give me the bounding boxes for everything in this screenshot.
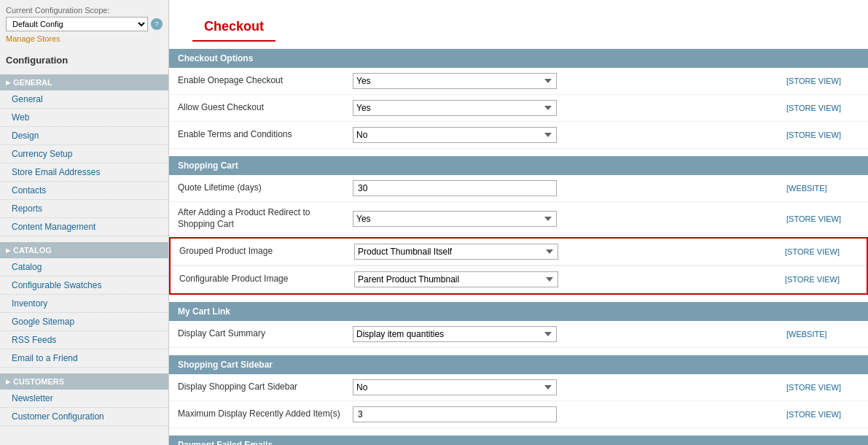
arrow-icon: ▶ [6, 247, 10, 254]
sidebar-catalog-items: Catalog Configurable Swatches Inventory … [0, 258, 168, 368]
scope-quote-lifetime: [WEBSITE] [786, 184, 859, 193]
sidebar-item-contacts[interactable]: Contacts [0, 182, 168, 200]
scope-redirect-after-add: [STORE VIEW] [786, 214, 859, 223]
section-header-payment-failed: Payment Failed Emails [169, 436, 868, 445]
select-display-sidebar[interactable]: NoYes [353, 379, 557, 395]
sidebar-item-inventory[interactable]: Inventory [0, 295, 168, 313]
scope-allow-guest: [STORE VIEW] [786, 104, 859, 112]
row-grouped-product-image: Grouped Product Image Product Thumbnail … [171, 239, 867, 266]
scope-grouped-product-image: [STORE VIEW] [785, 247, 858, 256]
section-header-checkout-options: Checkout Options [169, 49, 868, 68]
select-grouped-product-image[interactable]: Product Thumbnail Itself Parent Product … [354, 244, 558, 260]
section-payment-failed-emails: Payment Failed Emails [169, 436, 868, 445]
row-max-recently-added: Maximum Display Recently Added Item(s) [… [169, 401, 868, 428]
select-configurable-product-image[interactable]: Parent Product Thumbnail Product Thumbna… [354, 271, 558, 287]
sidebar-section-general[interactable]: ▶ GENERAL [0, 74, 168, 90]
control-configurable-product-image: Parent Product Thumbnail Product Thumbna… [354, 271, 778, 287]
section-checkout-options: Checkout Options Enable Onepage Checkout… [169, 49, 868, 149]
select-redirect-after-add[interactable]: YesNo [353, 211, 557, 227]
row-allow-guest: Allow Guest Checkout YesNo [STORE VIEW] [169, 95, 868, 122]
label-enable-onepage: Enable Onepage Checkout [178, 75, 353, 87]
label-configurable-product-image: Configurable Product Image [179, 274, 354, 285]
section-body-my-cart-link: Display Cart Summary Display item quanti… [169, 321, 868, 348]
control-grouped-product-image: Product Thumbnail Itself Parent Product … [354, 244, 778, 260]
sidebar-item-catalog[interactable]: Catalog [0, 258, 168, 276]
sidebar-item-newsletter[interactable]: Newsletter [0, 390, 168, 408]
scope-help-icon[interactable]: ? [151, 18, 163, 30]
section-header-shopping-cart: Shopping Cart [169, 156, 868, 175]
section-body-cart-sidebar: Display Shopping Cart Sidebar NoYes [STO… [169, 374, 868, 428]
arrow-icon: ▶ [6, 80, 10, 86]
scope-select[interactable]: Default Config [6, 17, 148, 31]
scope-label: Current Configuration Scope: [6, 6, 163, 15]
scope-display-cart-summary: [WEBSITE] [786, 330, 859, 338]
manage-stores-link[interactable]: Manage Stores [6, 34, 163, 43]
highlighted-group: Grouped Product Image Product Thumbnail … [169, 237, 868, 295]
control-enable-onepage: YesNo [353, 73, 779, 89]
row-display-sidebar: Display Shopping Cart Sidebar NoYes [STO… [169, 374, 868, 401]
select-allow-guest[interactable]: YesNo [353, 100, 557, 116]
row-redirect-after-add: After Adding a Product Redirect to Shopp… [169, 202, 868, 236]
input-quote-lifetime[interactable] [353, 180, 557, 196]
row-configurable-product-image: Configurable Product Image Parent Produc… [171, 266, 867, 293]
sidebar-item-design[interactable]: Design [0, 127, 168, 145]
sidebar: Current Configuration Scope: Default Con… [0, 0, 169, 445]
sidebar-section-catalog[interactable]: ▶ CATALOG [0, 242, 168, 258]
select-enable-onepage[interactable]: YesNo [353, 73, 557, 89]
input-max-recently-added[interactable] [353, 406, 557, 422]
label-max-recently-added: Maximum Display Recently Added Item(s) [178, 409, 353, 420]
section-shopping-cart-sidebar: Shopping Cart Sidebar Display Shopping C… [169, 355, 868, 428]
label-redirect-after-add: After Adding a Product Redirect to Shopp… [178, 207, 353, 230]
control-display-cart-summary: Display item quantities Display number o… [353, 326, 779, 342]
label-display-cart-summary: Display Cart Summary [178, 328, 353, 340]
sidebar-item-customer-config[interactable]: Customer Configuration [0, 408, 168, 426]
sidebar-item-email-friend[interactable]: Email to a Friend [0, 349, 168, 368]
main-content: Checkout Checkout Options Enable Onepage… [169, 0, 868, 445]
control-allow-guest: YesNo [353, 100, 779, 116]
arrow-icon: ▶ [6, 379, 10, 385]
label-quote-lifetime: Quote Lifetime (days) [178, 182, 353, 194]
sidebar-item-google-sitemap[interactable]: Google Sitemap [0, 313, 168, 331]
sidebar-item-currency-setup[interactable]: Currency Setup [0, 145, 168, 163]
sidebar-item-store-email[interactable]: Store Email Addresses [0, 163, 168, 182]
control-redirect-after-add: YesNo [353, 211, 779, 227]
page-title: Checkout [192, 12, 275, 42]
sidebar-customers-items: Newsletter Customer Configuration [0, 390, 168, 426]
label-grouped-product-image: Grouped Product Image [179, 246, 354, 258]
sidebar-item-rss-feeds[interactable]: RSS Feeds [0, 331, 168, 349]
section-header-cart-sidebar: Shopping Cart Sidebar [169, 355, 868, 374]
control-enable-terms: NoYes [353, 127, 779, 143]
control-display-sidebar: NoYes [353, 379, 779, 395]
sidebar-section-customers[interactable]: ▶ CUSTOMERS [0, 374, 168, 390]
sidebar-general-items: General Web Design Currency Setup Store … [0, 90, 168, 236]
label-display-sidebar: Display Shopping Cart Sidebar [178, 382, 353, 393]
scope-display-sidebar: [STORE VIEW] [786, 383, 859, 392]
sidebar-item-general[interactable]: General [0, 90, 168, 109]
sidebar-item-web[interactable]: Web [0, 109, 168, 127]
scope-max-recently-added: [STORE VIEW] [786, 410, 859, 419]
row-enable-terms: Enable Terms and Conditions NoYes [STORE… [169, 122, 868, 149]
row-quote-lifetime: Quote Lifetime (days) [WEBSITE] [169, 175, 868, 202]
control-quote-lifetime [353, 180, 779, 196]
row-enable-onepage: Enable Onepage Checkout YesNo [STORE VIE… [169, 68, 868, 95]
section-shopping-cart: Shopping Cart Quote Lifetime (days) [WEB… [169, 156, 868, 295]
scope-section: Current Configuration Scope: Default Con… [0, 0, 168, 46]
config-header: Configuration [0, 49, 168, 69]
label-allow-guest: Allow Guest Checkout [178, 102, 353, 114]
select-display-cart-summary[interactable]: Display item quantities Display number o… [353, 326, 557, 342]
control-max-recently-added [353, 406, 779, 422]
sidebar-item-configurable-swatches[interactable]: Configurable Swatches [0, 276, 168, 295]
select-enable-terms[interactable]: NoYes [353, 127, 557, 143]
section-body-checkout-options: Enable Onepage Checkout YesNo [STORE VIE… [169, 68, 868, 149]
section-body-shopping-cart: Quote Lifetime (days) [WEBSITE] After Ad… [169, 175, 868, 295]
scope-configurable-product-image: [STORE VIEW] [785, 275, 858, 284]
scope-enable-onepage: [STORE VIEW] [786, 77, 859, 85]
label-enable-terms: Enable Terms and Conditions [178, 129, 353, 141]
section-header-my-cart-link: My Cart Link [169, 302, 868, 321]
section-my-cart-link: My Cart Link Display Cart Summary Displa… [169, 302, 868, 348]
sidebar-item-content-mgmt[interactable]: Content Management [0, 218, 168, 236]
row-display-cart-summary: Display Cart Summary Display item quanti… [169, 321, 868, 348]
sidebar-item-reports[interactable]: Reports [0, 200, 168, 218]
scope-enable-terms: [STORE VIEW] [786, 131, 859, 139]
